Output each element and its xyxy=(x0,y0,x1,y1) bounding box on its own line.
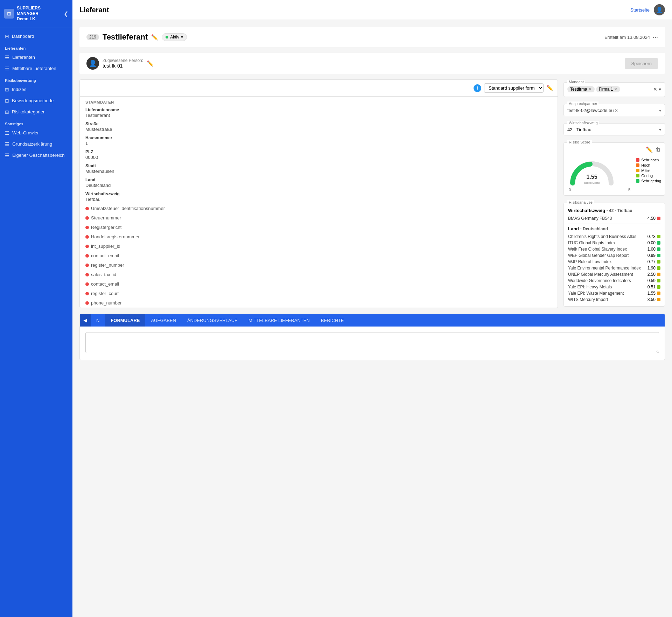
email-tag: test-lk-02@lawcode.eu ✕ xyxy=(567,108,618,113)
field-wirtschaftszweig: Wirtschaftszweig Tiefbau xyxy=(80,190,558,204)
expand-wirtschaftszweig-icon[interactable]: ▾ xyxy=(659,127,661,132)
status-badge[interactable]: Aktiv ▾ xyxy=(162,33,187,41)
tab-content xyxy=(80,327,665,360)
sidebar-item-lieferanten[interactable]: ☰ Lieferanten xyxy=(0,52,72,63)
more-options-icon[interactable]: ··· xyxy=(653,34,658,41)
gauge-wrapper: 1.55 Risiko Score 0 5 xyxy=(567,155,632,192)
expand-mandant-icon[interactable]: ▾ xyxy=(659,86,661,92)
risikoanalyse-content: Wirtschaftszweig - 42 - Tiefbau BMAS Ger… xyxy=(564,203,665,306)
sidebar-item-label: Web-Crawler xyxy=(12,130,39,135)
page-title: Lieferant xyxy=(79,6,109,14)
sidebar-item-bewertung[interactable]: ⊞ Bewertungsmethode xyxy=(0,95,72,106)
sidebar-item-dashboard[interactable]: ⊞ Dashboard xyxy=(0,31,72,42)
sidebar-item-mittelbare-lieferanten[interactable]: ☰ Mittelbare Lieferanten xyxy=(0,63,72,74)
sidebar-item-grundsatz[interactable]: ☰ Grundsatzerklärung xyxy=(0,139,72,150)
tab-berichte[interactable]: BERICHTE xyxy=(315,314,350,327)
sidebar-item-risikokategorien[interactable]: ⊞ Risikokategorien xyxy=(0,106,72,118)
field-value: Tiefbau xyxy=(85,197,552,202)
risikoanalyse-card: Risikoanalyse Wirtschaftszweig - 42 - Ti… xyxy=(564,203,665,307)
scale-max: 5 xyxy=(628,188,630,192)
status-dot xyxy=(166,36,168,38)
ra-label: ITUC Global Rights Index xyxy=(568,240,648,245)
ra-indicator xyxy=(657,235,660,238)
ra-indicator xyxy=(657,292,660,295)
ra-indicator xyxy=(657,279,660,282)
tab-aenderungsverlauf[interactable]: ÄNDERUNGSVERLAUF xyxy=(182,314,243,327)
field-contact-email-1: contact_email xyxy=(80,251,558,260)
legend-label: Sehr hoch xyxy=(641,158,659,162)
supplier-id: 219 xyxy=(86,34,99,40)
save-button[interactable]: Speichern xyxy=(625,58,658,69)
field-label: Stadt xyxy=(85,163,552,168)
ra-value: 0.77 xyxy=(648,259,656,264)
status-chevron-icon: ▾ xyxy=(181,35,183,40)
legend-dot xyxy=(636,174,639,177)
sidebar-item-label: Lieferanten xyxy=(12,55,35,60)
field-label: Land xyxy=(85,177,552,182)
ra-section-land: Land - Deutschland xyxy=(568,226,660,231)
sidebar-item-label: Dashboard xyxy=(12,34,34,39)
delete-risiko-icon[interactable]: 🗑 xyxy=(656,146,661,153)
stammdaten-section-label: STAMMDATEN xyxy=(80,97,558,106)
ra-indicator xyxy=(657,298,660,301)
field-label: Straße xyxy=(85,121,552,126)
tab-aufgaben[interactable]: AUFGABEN xyxy=(145,314,182,327)
ra-value: 0.99 xyxy=(648,253,656,258)
edit-risiko-icon[interactable]: ✏️ xyxy=(646,146,653,153)
assigned-label: Zugewiesene Person: xyxy=(103,58,143,63)
formulare-textarea[interactable] xyxy=(85,332,659,353)
info-icon[interactable]: i xyxy=(474,84,481,92)
tab-prev-arrow[interactable]: ◀ xyxy=(80,314,91,327)
ra-indicator xyxy=(657,241,660,245)
field-registergericht: Registergericht xyxy=(80,223,558,232)
topbar-right: Startseite 👤 xyxy=(630,4,665,15)
expand-ansprechpartner-icon[interactable]: ▾ xyxy=(659,108,661,113)
tab-n[interactable]: N xyxy=(91,314,105,327)
mandant-actions: ✕ ▾ xyxy=(653,86,661,92)
legend-label: Mittel xyxy=(641,168,650,173)
sidebar-item-eigener[interactable]: ☰ Eigener Geschäftsbereich xyxy=(0,150,72,161)
tag-remove-icon[interactable]: ✕ xyxy=(614,87,617,92)
assigned-edit-icon[interactable]: ✏️ xyxy=(147,60,154,67)
field-value: Musterstraße xyxy=(85,127,552,132)
user-avatar[interactable]: 👤 xyxy=(654,4,665,15)
sidebar-toggle-icon[interactable]: ❮ xyxy=(64,10,68,17)
field-label: Hausnummer xyxy=(85,135,552,140)
tag-testfirma: Testfirma ✕ xyxy=(567,86,595,92)
email-remove-icon[interactable]: ✕ xyxy=(615,108,618,113)
tab-formulare[interactable]: FORMULARE xyxy=(105,314,145,327)
required-dot xyxy=(85,273,89,276)
ra-value: 4.50 xyxy=(648,216,656,221)
field-contact-email-2: contact_email xyxy=(80,279,558,289)
tab-mittelbare[interactable]: MITTELBARE LIEFERANTEN xyxy=(243,314,315,327)
sidebar-item-webcrawler[interactable]: ☰ Web-Crawler xyxy=(0,127,72,139)
edit-form-icon[interactable]: ✏️ xyxy=(546,85,553,91)
clear-mandant-icon[interactable]: ✕ xyxy=(653,86,657,92)
mandant-tags: Testfirma ✕ Firma 1 ✕ ✕ ▾ xyxy=(567,86,661,92)
field-lieferantenname: Lieferantenname Testlieferant xyxy=(80,106,558,120)
ra-value: 1.90 xyxy=(648,266,656,271)
home-link[interactable]: Startseite xyxy=(630,7,650,13)
field-value: Musterhausen xyxy=(85,169,552,174)
tag-remove-icon[interactable]: ✕ xyxy=(588,87,592,92)
legend-label: Gering xyxy=(641,174,653,178)
ra-label: WEF Global Gender Gap Report xyxy=(568,253,648,258)
ra-value: 3.50 xyxy=(648,297,656,302)
sidebar-item-indizes[interactable]: ⊞ Indizes xyxy=(0,84,72,95)
sidebar-section-sonstiges: Sonstiges xyxy=(0,118,72,127)
ra-label: Walk Free Global Slavery Index xyxy=(568,247,648,252)
field-steuernummer: Steuernummer xyxy=(80,213,558,223)
legend-wrapper: Sehr hoch Hoch Mittel xyxy=(636,158,661,183)
ra-value: 0.59 xyxy=(648,278,656,283)
form-select[interactable]: Standard supplier form xyxy=(484,83,544,93)
field-int-supplier-id: int_supplier_id xyxy=(80,241,558,251)
supplier-edit-icon[interactable]: ✏️ xyxy=(151,34,158,41)
supplier-header: 219 Testlieferant ✏️ Aktiv ▾ Erstellt am… xyxy=(79,27,665,47)
created-label: Erstellt am 13.08.2024 xyxy=(604,35,650,40)
risiko-score-toolbar: ✏️ 🗑 xyxy=(567,146,661,153)
field-phone-number: phone_number xyxy=(80,298,558,308)
field-handelsregisternummer: Handelsregisternummer xyxy=(80,232,558,241)
legend-dot xyxy=(636,179,639,183)
mandant-label: Mandant xyxy=(567,80,585,84)
legend-dot xyxy=(636,169,639,172)
